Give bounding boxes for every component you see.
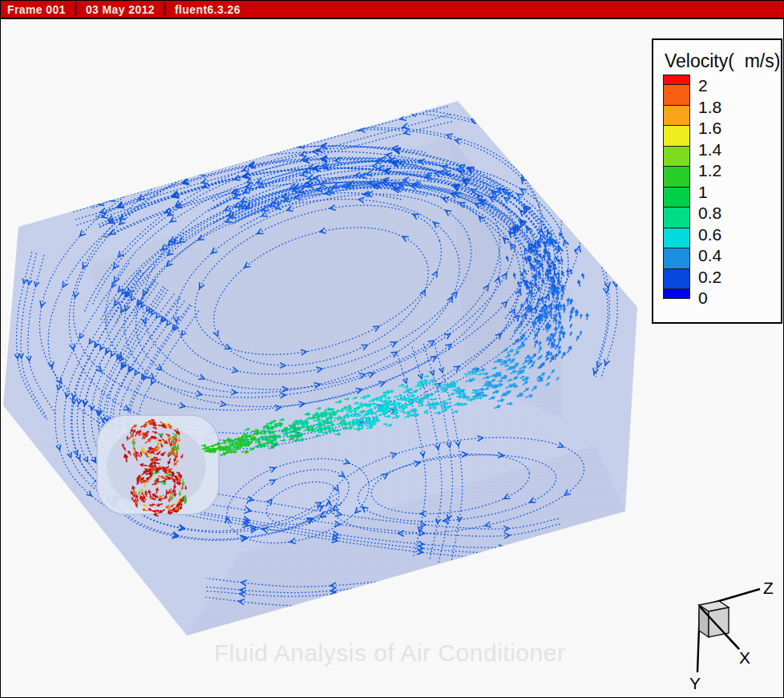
legend-tick-label: 2 xyxy=(698,76,708,95)
legend-band xyxy=(663,268,690,290)
legend-title: Velocity( m/s) xyxy=(665,50,780,72)
cube-right-face xyxy=(709,607,729,637)
title-separator xyxy=(75,2,77,16)
axis-triad: Z X Y xyxy=(678,574,782,694)
legend-band xyxy=(663,84,690,106)
x-axis-label: X xyxy=(739,648,750,667)
legend-tick-label: 0 xyxy=(698,288,708,308)
legend-band xyxy=(663,166,690,188)
z-axis-label: Z xyxy=(763,579,774,597)
fluent-plot-window: Fluid Analysis of Air Conditioner Frame … xyxy=(0,0,784,698)
frame-label: Frame 001 xyxy=(7,3,66,16)
y-axis-label: Y xyxy=(689,674,701,692)
legend-tick-label: 1.2 xyxy=(698,161,721,180)
title-bar: Frame 001 03 May 2012 fluent6.3.26 xyxy=(1,1,783,19)
legend-tick-label: 1 xyxy=(698,183,708,202)
legend-tick-label: 0.8 xyxy=(698,204,721,223)
legend-band xyxy=(663,228,690,249)
legend-color-bands xyxy=(663,75,690,299)
legend-tick-label: 1.4 xyxy=(698,140,721,159)
title-separator xyxy=(164,2,166,16)
legend-band xyxy=(663,207,690,228)
date-label: 03 May 2012 xyxy=(86,3,155,16)
legend-band xyxy=(663,248,690,269)
watermark-text: Fluid Analysis of Air Conditioner xyxy=(214,639,565,667)
solver-label: fluent6.3.26 xyxy=(175,3,240,16)
velocity-legend: Velocity( m/s) 21.81.61.41.210.80.60.40.… xyxy=(652,38,782,324)
legend-band xyxy=(663,288,690,299)
ac-unit xyxy=(97,415,219,514)
legend-band xyxy=(663,125,690,147)
legend-tick-label: 0.4 xyxy=(698,246,721,265)
legend-tick-label: 0.6 xyxy=(698,225,721,244)
legend-band xyxy=(663,187,690,208)
legend-tick-label: 1.6 xyxy=(698,119,721,138)
legend-tick-label: 0.2 xyxy=(698,268,721,287)
legend-tick-label: 1.8 xyxy=(698,98,721,117)
legend-band xyxy=(663,146,690,167)
legend-band xyxy=(663,105,690,127)
